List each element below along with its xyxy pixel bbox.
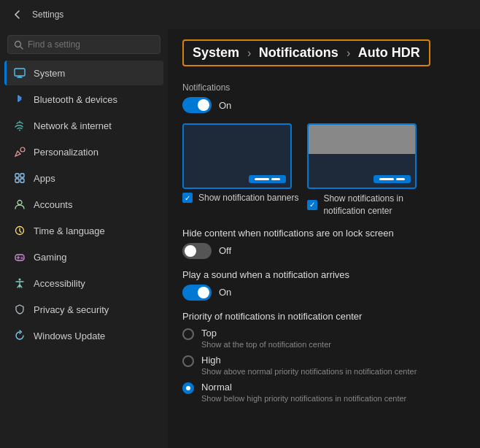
accessibility-icon — [13, 277, 26, 290]
sidebar-item-label-update: Windows Update — [34, 331, 105, 341]
sidebar-item-system[interactable]: System — [4, 61, 163, 85]
sidebar: System Bluetooth & devices Network & int… — [0, 29, 168, 448]
toggle-knob-3 — [198, 287, 209, 298]
notification-chip-1 — [249, 175, 286, 183]
toggle-knob — [198, 99, 209, 111]
notifications-toggle-label: On — [219, 100, 231, 111]
breadcrumb-sep-1: › — [247, 47, 255, 59]
chip-line-2 — [271, 178, 280, 180]
system-icon — [13, 66, 26, 80]
toggle-knob-2 — [185, 245, 196, 257]
breadcrumb-sep-2: › — [347, 47, 354, 59]
preview-box-2 — [307, 123, 417, 189]
radio-title-normal: Normal — [201, 382, 406, 393]
checkmark-icon-2: ✓ — [309, 201, 315, 209]
sidebar-item-personalization[interactable]: Personalization — [4, 139, 163, 164]
sound-group: Play a sound when a notification arrives… — [182, 269, 465, 301]
radio-circle-high — [182, 355, 194, 367]
priority-group: Priority of notifications in notificatio… — [182, 311, 465, 403]
sidebar-item-label-privacy: Privacy & security — [34, 304, 109, 315]
notifications-toggle[interactable] — [182, 97, 212, 113]
radio-text-top: Top Show at the top of notification cent… — [201, 328, 331, 349]
priority-title: Priority of notifications in notificatio… — [182, 311, 465, 322]
breadcrumb-notifications: Notifications — [259, 45, 338, 60]
hide-lockscreen-toggle[interactable] — [182, 243, 212, 259]
radio-desc-high: Show above normal priority notifications… — [201, 367, 417, 376]
sidebar-item-gaming[interactable]: Gaming — [4, 244, 163, 269]
radio-title-top: Top — [201, 328, 331, 339]
breadcrumb-system: System — [193, 45, 239, 60]
sidebar-item-label-apps: Apps — [34, 173, 55, 184]
radio-text-normal: Normal Show below high priority notifica… — [201, 382, 406, 403]
preview-box-1 — [182, 123, 292, 189]
show-notification-center-label: Show notifications in notification cente… — [323, 193, 418, 217]
sidebar-item-label-network: Network & internet — [34, 120, 112, 131]
personalization-icon — [13, 145, 26, 158]
radio-normal[interactable]: Normal Show below high priority notifica… — [182, 382, 465, 403]
sidebar-item-label-accounts: Accounts — [34, 199, 72, 210]
svg-rect-6 — [15, 179, 19, 182]
radio-group: Top Show at the top of notification cent… — [182, 328, 465, 403]
bluetooth-icon — [13, 93, 26, 106]
radio-desc-normal: Show below high priority notifications i… — [201, 394, 406, 403]
sound-title: Play a sound when a notification arrives — [182, 269, 465, 280]
sidebar-item-accounts[interactable]: Accounts — [4, 192, 163, 217]
sidebar-item-label-personalization: Personalization — [34, 147, 98, 158]
sidebar-item-update[interactable]: Windows Update — [4, 323, 163, 348]
sound-toggle[interactable] — [182, 285, 212, 301]
search-input[interactable] — [28, 39, 154, 50]
radio-high[interactable]: High Show above normal priority notifica… — [182, 355, 465, 376]
sidebar-item-apps[interactable]: Apps — [4, 166, 163, 190]
time-icon — [13, 224, 26, 237]
sidebar-item-privacy[interactable]: Privacy & security — [4, 297, 163, 322]
hide-lockscreen-group: Hide content when notifications are on l… — [182, 228, 465, 259]
chip-line-4 — [396, 178, 405, 180]
sidebar-item-accessibility[interactable]: Accessibility — [4, 271, 163, 296]
search-box[interactable] — [7, 35, 160, 54]
gray-area — [309, 125, 415, 154]
radio-title-high: High — [201, 355, 417, 366]
svg-rect-4 — [15, 174, 19, 177]
sidebar-item-network[interactable]: Network & internet — [4, 113, 163, 138]
notifications-section-label: Notifications — [182, 82, 465, 93]
svg-point-8 — [18, 201, 22, 205]
sidebar-item-label-time: Time & language — [34, 225, 105, 236]
breadcrumb-current: Auto HDR — [358, 45, 420, 60]
notifications-group: Notifications On — [182, 82, 465, 113]
sidebar-item-time[interactable]: Time & language — [4, 218, 163, 243]
sidebar-item-label-accessibility: Accessibility — [34, 278, 85, 289]
accounts-icon — [13, 198, 26, 211]
sidebar-item-bluetooth[interactable]: Bluetooth & devices — [4, 87, 163, 112]
preview-screen-2 — [309, 125, 415, 188]
show-banners-checkbox[interactable]: ✓ — [182, 193, 193, 203]
preview-item-2: ✓ Show notifications in notification cen… — [307, 123, 418, 217]
svg-rect-7 — [20, 179, 24, 182]
notifications-toggle-row: On — [182, 97, 465, 113]
search-icon — [14, 40, 23, 50]
radio-inner-normal — [186, 386, 190, 390]
sound-toggle-label: On — [219, 287, 231, 298]
update-icon — [13, 329, 26, 342]
apps-icon — [13, 171, 26, 185]
privacy-icon — [13, 303, 26, 316]
radio-text-high: High Show above normal priority notifica… — [201, 355, 417, 376]
main-layout: System Bluetooth & devices Network & int… — [0, 29, 480, 448]
sidebar-item-label-gaming: Gaming — [34, 252, 67, 263]
radio-desc-top: Show at the top of notification center — [201, 340, 331, 349]
chip-line-3 — [379, 178, 394, 180]
checkbox-row-2: ✓ Show notifications in notification cen… — [307, 193, 418, 217]
bottom-chip-area — [369, 171, 415, 188]
radio-top[interactable]: Top Show at the top of notification cent… — [182, 328, 465, 349]
hide-lockscreen-toggle-label: Off — [219, 245, 231, 256]
show-notification-center-checkbox[interactable]: ✓ — [307, 200, 317, 210]
gaming-icon — [13, 250, 26, 263]
preview-row: ✓ Show notification banners — [182, 123, 465, 217]
preview-item-1: ✓ Show notification banners — [182, 123, 298, 217]
sidebar-item-label-system: System — [34, 68, 65, 79]
sidebar-item-label-bluetooth: Bluetooth & devices — [34, 94, 117, 105]
sound-toggle-row: On — [182, 285, 465, 301]
checkmark-icon: ✓ — [185, 194, 190, 202]
svg-point-0 — [15, 41, 21, 47]
back-button[interactable] — [9, 6, 26, 23]
preview-screen-1 — [184, 125, 290, 188]
